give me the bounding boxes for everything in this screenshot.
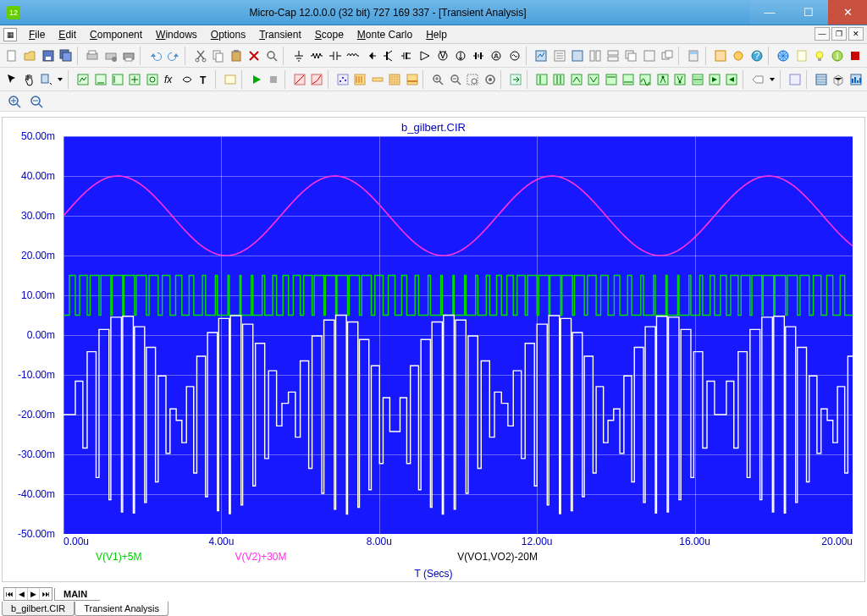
minimize-button[interactable]: — bbox=[750, 0, 789, 25]
analysis-limits-icon[interactable] bbox=[550, 47, 567, 65]
menu-options[interactable]: Options bbox=[204, 27, 252, 42]
text-icon[interactable]: T bbox=[196, 70, 212, 89]
data-points-icon[interactable] bbox=[334, 70, 351, 89]
cursor-prev-icon[interactable] bbox=[724, 70, 740, 89]
numeric-output-icon[interactable] bbox=[222, 70, 238, 89]
mdi-restore-button[interactable]: ❐ bbox=[831, 27, 847, 41]
3d-icon[interactable] bbox=[830, 70, 846, 89]
doc-tab-analysis[interactable]: Transient Analysis bbox=[75, 602, 168, 616]
ruler-icon[interactable] bbox=[369, 70, 385, 89]
cursor-2-icon[interactable] bbox=[551, 70, 567, 89]
cursor-valley-icon[interactable] bbox=[586, 70, 602, 89]
sine-source-icon[interactable] bbox=[505, 47, 522, 65]
sheet-next-button[interactable]: ▶ bbox=[28, 588, 40, 600]
globe-icon[interactable] bbox=[775, 47, 792, 65]
cursor-next-icon[interactable] bbox=[706, 70, 722, 89]
mdi-system-icon[interactable]: ▦ bbox=[3, 28, 17, 41]
menu-edit[interactable]: Edit bbox=[52, 27, 83, 42]
waveform-buffer-icon[interactable] bbox=[813, 70, 829, 89]
close-button[interactable]: ✕ bbox=[828, 0, 867, 25]
dropdown2-icon[interactable] bbox=[767, 70, 777, 89]
source-i-icon[interactable] bbox=[452, 47, 469, 65]
dropdown-arrow-icon[interactable] bbox=[55, 70, 65, 89]
cascade-icon[interactable] bbox=[622, 47, 639, 65]
undo-icon[interactable] bbox=[147, 47, 164, 65]
info-icon[interactable]: i bbox=[829, 47, 846, 65]
scale-auto-icon[interactable] bbox=[75, 70, 91, 89]
calculator-icon[interactable] bbox=[685, 47, 702, 65]
pan-icon[interactable] bbox=[20, 70, 36, 89]
menu-montecarlo[interactable]: Monte Carlo bbox=[351, 27, 419, 42]
print-setup-icon[interactable] bbox=[102, 47, 119, 65]
component-panel-icon[interactable] bbox=[712, 47, 729, 65]
performance-icon[interactable] bbox=[848, 70, 864, 89]
capacitor-icon[interactable] bbox=[326, 47, 343, 65]
chart-area[interactable]: b_gilbert.CIR 50.00m40.00m30.00m20.00m10… bbox=[3, 118, 864, 581]
ground-icon[interactable] bbox=[290, 47, 307, 65]
linear-scale-icon[interactable] bbox=[291, 70, 307, 89]
function-icon[interactable]: fx bbox=[162, 70, 178, 89]
sheet-prev-button[interactable]: ◀ bbox=[16, 588, 28, 600]
analysis-run-icon[interactable] bbox=[533, 47, 549, 65]
new-file-icon[interactable] bbox=[3, 47, 20, 65]
help-icon[interactable]: ? bbox=[748, 47, 765, 65]
mdi-minimize-button[interactable]: — bbox=[815, 27, 830, 41]
exit-analysis-icon[interactable] bbox=[508, 70, 524, 89]
sheet-last-button[interactable]: ⏭ bbox=[40, 588, 52, 600]
script-icon[interactable] bbox=[793, 47, 810, 65]
stop-icon[interactable] bbox=[265, 70, 281, 89]
cursor-top-icon[interactable] bbox=[654, 70, 671, 89]
save-all-icon[interactable] bbox=[58, 47, 75, 65]
menu-file[interactable]: File bbox=[22, 27, 52, 42]
copy-icon[interactable] bbox=[210, 47, 227, 65]
maximize-button[interactable]: ☐ bbox=[789, 0, 828, 25]
print-preview-icon[interactable] bbox=[84, 47, 101, 65]
properties-icon[interactable] bbox=[787, 70, 803, 89]
menu-scope[interactable]: Scope bbox=[308, 27, 351, 42]
zoom-full-icon[interactable] bbox=[482, 70, 498, 89]
save-icon[interactable] bbox=[39, 47, 56, 65]
cursor-low-icon[interactable] bbox=[620, 70, 636, 89]
analysis-plot-icon[interactable] bbox=[569, 47, 586, 65]
tile-v-icon[interactable] bbox=[587, 47, 604, 65]
pulse-source-icon[interactable] bbox=[488, 47, 505, 65]
scale-y-icon[interactable] bbox=[109, 70, 125, 89]
cursor-peak-icon[interactable] bbox=[568, 70, 584, 89]
run-icon[interactable] bbox=[248, 70, 264, 89]
opamp-icon[interactable] bbox=[416, 47, 433, 65]
zoom-out2-icon[interactable] bbox=[27, 92, 46, 111]
maximize-child-icon[interactable] bbox=[640, 47, 657, 65]
diode-icon[interactable] bbox=[362, 47, 379, 65]
tile-h-icon[interactable] bbox=[605, 47, 621, 65]
menu-transient[interactable]: Transient bbox=[252, 27, 308, 42]
npn-icon[interactable] bbox=[380, 47, 397, 65]
battery-icon[interactable] bbox=[470, 47, 487, 65]
sheet-first-button[interactable]: ⏮ bbox=[4, 588, 16, 600]
nmos-icon[interactable] bbox=[398, 47, 415, 65]
print-icon[interactable] bbox=[120, 47, 137, 65]
scale-restore-icon[interactable] bbox=[127, 70, 143, 89]
zoom-in2-icon[interactable] bbox=[5, 92, 24, 111]
envelope-icon[interactable] bbox=[179, 70, 195, 89]
menu-windows[interactable]: Windows bbox=[149, 27, 204, 42]
cursor-high-icon[interactable] bbox=[603, 70, 619, 89]
minor-grid-icon[interactable] bbox=[386, 70, 402, 89]
overlap-icon[interactable] bbox=[659, 47, 676, 65]
cursor-global-icon[interactable] bbox=[689, 70, 705, 89]
menu-component[interactable]: Component bbox=[83, 27, 149, 42]
zoom-out-icon[interactable] bbox=[447, 70, 463, 89]
inductor-icon[interactable] bbox=[345, 47, 362, 65]
scale-x-icon[interactable] bbox=[92, 70, 108, 89]
cut-icon[interactable] bbox=[191, 47, 208, 65]
redo-icon[interactable] bbox=[165, 47, 182, 65]
stop2-icon[interactable] bbox=[847, 47, 864, 65]
zoom-in-icon[interactable] bbox=[430, 70, 446, 89]
mdi-close-button[interactable]: ✕ bbox=[848, 27, 864, 41]
paste-icon[interactable] bbox=[228, 47, 245, 65]
model-icon[interactable] bbox=[730, 47, 747, 65]
menu-help[interactable]: Help bbox=[419, 27, 454, 42]
scale-fit-icon[interactable] bbox=[144, 70, 160, 89]
baseline-icon[interactable] bbox=[404, 70, 420, 89]
cursor-inflect-icon[interactable] bbox=[638, 70, 654, 89]
open-file-icon[interactable] bbox=[21, 47, 38, 65]
